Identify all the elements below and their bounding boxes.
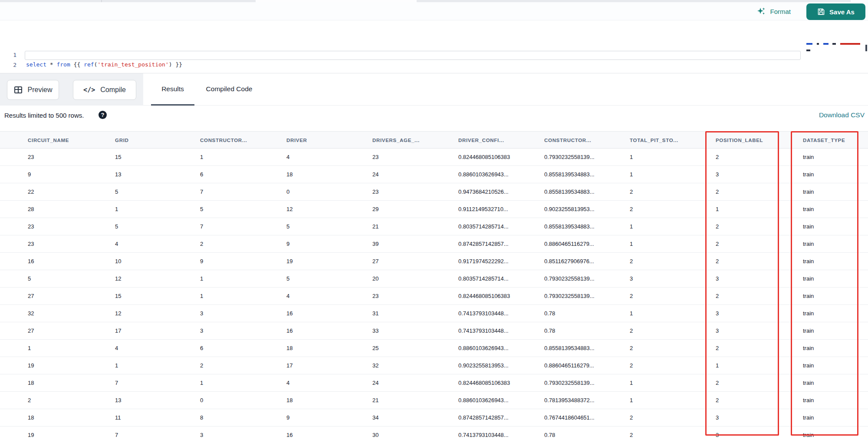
table-cell: 25 [372,340,458,357]
table-cell: 19 [286,253,372,270]
table-cell: 0.8742857142857... [458,409,544,426]
table-cell: 8 [200,409,286,426]
table-cell: 1 [630,235,716,252]
table-row[interactable]: 213018210.8860103626943...0.781395348837… [0,392,868,409]
table-cell: 0.9112149532710... [458,201,544,218]
table-cell: 10 [115,253,200,270]
save-as-button[interactable]: Save As [806,3,865,20]
table-cell: 2 [630,426,716,443]
table-cell: 4 [286,374,372,391]
column-header[interactable]: CONSTRUCTOR... [200,132,286,148]
row-limit-text: Results limited to 500 rows. [4,112,84,119]
table-cell: 1 [115,357,200,374]
table-row[interactable]: 51215200.8035714285714...0.7930232558139… [0,270,868,288]
table-cell: train [803,201,868,218]
table-cell: 2 [630,183,716,200]
minimap-token [840,43,860,45]
format-button[interactable]: Format [756,5,791,17]
table-cell: 29 [372,201,458,218]
code-token: {{ [70,61,84,68]
table-row[interactable]: 197316300.7413793103448...0.7823train [0,426,868,443]
table-header-row: CIRCUIT_NAMEGRIDCONSTRUCTOR...DRIVERDRIV… [0,131,868,149]
column-header[interactable]: CONSTRUCTOR... [544,132,630,148]
table-cell: 9 [200,253,286,270]
compile-button[interactable]: </> Compile [73,80,136,100]
table-cell: train [803,409,868,426]
column-header[interactable]: TOTAL_PIT_STO... [630,132,716,148]
table-cell: 2 [716,374,803,391]
table-row[interactable]: 1610919270.9171974522292...0.85116279069… [0,253,868,270]
table-cell: 2 [630,340,716,357]
table-cell: 2 [630,288,716,304]
column-header[interactable]: DRIVER_CONFI... [458,132,544,148]
editor-scroll-indicator[interactable] [865,45,867,51]
column-header[interactable]: CIRCUIT_NAME [28,132,115,148]
table-cell: 21 [372,392,458,409]
table-cell: 4 [286,288,372,304]
table-cell: 1 [200,288,286,304]
table-cell: 3 [200,322,286,339]
table-cell: 9 [286,235,372,252]
table-cell: 0.8742857142857... [458,235,544,252]
editor-minimap[interactable] [806,43,864,47]
column-header[interactable]: POSITION_LABEL [716,132,803,148]
table-cell: 27 [28,288,115,304]
sql-editor[interactable]: 1 select * from {{ ref('train_test_posit… [0,20,868,73]
table-row[interactable]: 181189340.8742857142857...0.767441860465… [0,409,868,426]
code-token: 'train_test_position' [97,61,168,68]
code-line-1[interactable]: select * from {{ ref('train_test_positio… [26,60,182,69]
table-cell: train [803,235,868,252]
table-cell: 0.824468085106383 [458,374,544,391]
table-cell: 2 [630,253,716,270]
help-icon[interactable]: ? [99,111,107,119]
download-csv-link[interactable]: Download CSV [819,111,865,119]
table-row[interactable]: 14618250.8860103626943...0.8558139534883… [0,340,868,357]
table-cell: train [803,183,868,200]
table-cell: 9 [286,409,372,426]
table-row[interactable]: 3212316310.7413793103448...0.7813train [0,305,868,322]
table-cell: 9 [28,166,115,183]
table-cell: 3 [200,305,286,322]
table-cell: 3 [716,270,803,287]
table-cell: 3 [200,426,286,443]
tab-compiled-code[interactable]: Compiled Code [203,73,256,106]
table-row[interactable]: 271514230.8244680851063830.7930232558139… [0,288,868,305]
table-row[interactable]: 913618240.8860103626943...0.855813953488… [0,166,868,183]
table-cell: 16 [28,253,115,270]
table-cell: 0.8035714285714... [458,270,544,287]
table-cell: 2 [716,183,803,200]
column-header[interactable]: DRIVER [286,132,372,148]
table-row[interactable]: 281512290.9112149532710...0.902325581395… [0,201,868,218]
results-table: CIRCUIT_NAMEGRIDCONSTRUCTOR...DRIVERDRIV… [0,131,868,443]
tab-results[interactable]: Results [151,73,194,106]
table-row[interactable]: 2717316330.7413793103448...0.7823train [0,322,868,340]
table-cell: 24 [372,374,458,391]
code-token: * [46,61,56,68]
table-row[interactable]: 22570230.9473684210526...0.8558139534883… [0,183,868,201]
table-cell: 0.7930232558139... [544,288,630,304]
table-cell: 0.8511627906976... [544,253,630,270]
table-row[interactable]: 231514230.8244680851063830.7930232558139… [0,149,868,166]
column-header[interactable]: DATASET_TYPE [803,132,868,148]
table-cell: 0.7674418604651... [544,409,630,426]
table-cell: train [803,392,868,409]
table-row[interactable]: 23575210.8035714285714...0.8558139534883… [0,218,868,235]
table-row[interactable]: 18714240.8244680851063830.7930232558139.… [0,374,868,392]
table-cell: 1 [630,166,716,183]
code-token: from [56,61,70,68]
table-cell: train [803,374,868,391]
table-cell: 0 [286,183,372,200]
column-header[interactable]: DRIVERS_AGE_... [372,132,458,148]
preview-button[interactable]: Preview [7,80,59,100]
column-header[interactable]: GRID [115,132,200,148]
table-cell: 0.7930232558139... [544,270,630,287]
table-cell: 13 [115,166,200,183]
table-cell: 30 [372,426,458,443]
table-row[interactable]: 191217320.9023255813953...0.886046511627… [0,357,868,374]
code-token: select [26,61,46,68]
table-cell: 2 [716,253,803,270]
table-cell: 2 [200,357,286,374]
table-cell: 3 [716,322,803,339]
table-row[interactable]: 23429390.8742857142857...0.8860465116279… [0,235,868,253]
table-cell: 5 [200,201,286,218]
